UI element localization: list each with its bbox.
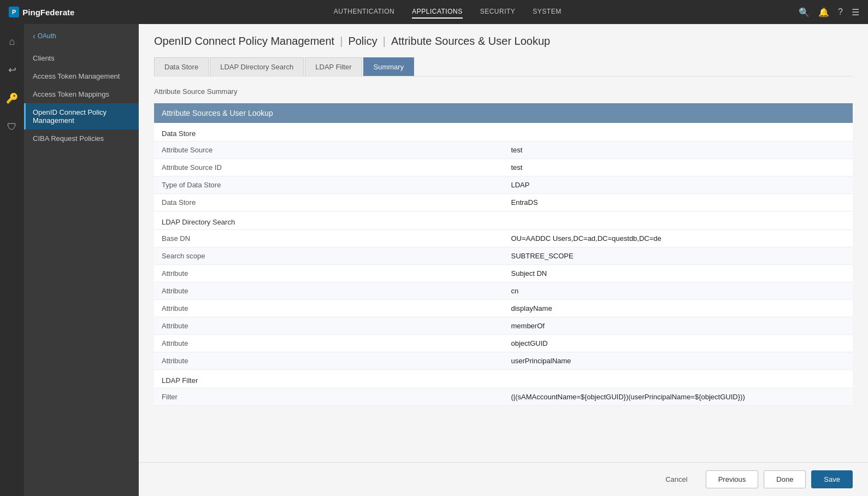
summary-section-header: Attribute Sources & User Lookup [154, 103, 853, 123]
row-label: Attribute [154, 265, 504, 282]
clients-icon[interactable]: ↩ [3, 61, 21, 79]
done-button[interactable]: Done [764, 470, 806, 488]
breadcrumb-part-3: Attribute Sources & User Lookup [391, 35, 550, 48]
search-icon[interactable]: 🔍 [799, 7, 810, 17]
row-label: Attribute [154, 317, 504, 335]
back-arrow-icon: ‹ [33, 32, 36, 40]
row-label: Attribute [154, 282, 504, 300]
row-label: Attribute Source ID [154, 159, 504, 176]
table-row: Search scope SUBTREE_SCOPE [154, 247, 853, 265]
group-header-data-store: Data Store [154, 123, 853, 141]
table-row: Attribute Subject DN [154, 265, 853, 282]
table-row: Filter (|(sAMAccountName=${objectGUID})(… [154, 388, 853, 406]
row-value: displayName [504, 300, 853, 317]
tabs: Data Store LDAP Directory Search LDAP Fi… [154, 57, 853, 76]
top-navigation: P PingFederate AUTHENTICATION APPLICATIO… [0, 0, 868, 24]
table-row: Attribute userPrincipalName [154, 352, 853, 370]
row-label: Base DN [154, 230, 504, 247]
row-value: SUBTREE_SCOPE [504, 247, 853, 265]
sidebar-section: ‹ OAuth [24, 24, 139, 49]
app-logo: P PingFederate [9, 7, 74, 17]
ping-logo-box: P [9, 7, 19, 17]
row-value: test [504, 141, 853, 159]
table-row: Attribute Source ID test [154, 159, 853, 176]
left-panel: ⌂ ↩ 🔑 🛡 ‹ OAuth Clients Access Token Man… [0, 24, 139, 496]
footer: Cancel Previous Done Save [139, 462, 868, 496]
row-label: Attribute Source [154, 141, 504, 159]
row-value: userPrincipalName [504, 352, 853, 370]
save-button[interactable]: Save [811, 470, 853, 488]
row-value: (|(sAMAccountName=${objectGUID})(userPri… [504, 388, 853, 406]
table-row: Type of Data Store LDAP [154, 176, 853, 194]
table-row: Attribute memberOf [154, 317, 853, 335]
row-label: Data Store [154, 194, 504, 211]
sidebar-back-label: OAuth [38, 32, 56, 40]
sidebar: ‹ OAuth Clients Access Token Management … [24, 24, 139, 496]
help-icon[interactable]: ? [838, 7, 843, 17]
table-row: Attribute displayName [154, 300, 853, 317]
token-icon[interactable]: 🔑 [3, 90, 21, 107]
breadcrumb-part-1: OpenID Connect Policy Management [154, 35, 334, 48]
sidebar-item-access-token-management[interactable]: Access Token Management [24, 67, 139, 85]
content-area: OpenID Connect Policy Management | Polic… [139, 24, 868, 462]
bell-icon[interactable]: 🔔 [818, 7, 829, 17]
body-layout: ⌂ ↩ 🔑 🛡 ‹ OAuth Clients Access Token Man… [0, 24, 868, 496]
tab-data-store[interactable]: Data Store [154, 57, 209, 76]
home-icon[interactable]: ⌂ [3, 33, 21, 50]
cancel-button[interactable]: Cancel [653, 470, 700, 488]
breadcrumb-sep-2: | [383, 35, 386, 48]
row-value: test [504, 159, 853, 176]
row-value: cn [504, 282, 853, 300]
nav-applications[interactable]: APPLICATIONS [412, 5, 462, 19]
shield-icon[interactable]: 🛡 [3, 118, 21, 135]
row-label: Filter [154, 388, 504, 406]
row-label: Attribute [154, 352, 504, 370]
group-header-ldap-directory: LDAP Directory Search [154, 211, 853, 230]
row-label: Type of Data Store [154, 176, 504, 194]
table-row: Attribute Source test [154, 141, 853, 159]
row-label: Attribute [154, 335, 504, 352]
sidebar-item-clients[interactable]: Clients [24, 49, 139, 67]
row-value: Subject DN [504, 265, 853, 282]
sidebar-item-openid-connect[interactable]: OpenID Connect Policy Management [24, 103, 139, 129]
tab-ldap-filter[interactable]: LDAP Filter [305, 57, 362, 76]
nav-system[interactable]: SYSTEM [533, 5, 561, 19]
breadcrumb-sep-1: | [340, 35, 343, 48]
breadcrumb: OpenID Connect Policy Management | Polic… [154, 35, 853, 48]
row-label: Search scope [154, 247, 504, 265]
nav-security[interactable]: SECURITY [480, 5, 516, 19]
row-value: EntraDS [504, 194, 853, 211]
tab-summary[interactable]: Summary [363, 57, 415, 76]
previous-button[interactable]: Previous [706, 470, 759, 488]
row-value: objectGUID [504, 335, 853, 352]
table-row: Base DN OU=AADDC Users,DC=ad,DC=questdb,… [154, 230, 853, 247]
row-value: LDAP [504, 176, 853, 194]
row-label: Attribute [154, 300, 504, 317]
section-label: Attribute Source Summary [154, 87, 853, 96]
top-nav-links: AUTHENTICATION APPLICATIONS SECURITY SYS… [96, 5, 799, 19]
breadcrumb-part-2: Policy [348, 35, 377, 48]
app-name: PingFederate [22, 8, 74, 17]
table-row: Data Store EntraDS [154, 194, 853, 211]
table-row: Attribute cn [154, 282, 853, 300]
tab-ldap-directory-search[interactable]: LDAP Directory Search [210, 57, 304, 76]
icon-rail: ⌂ ↩ 🔑 🛡 [0, 24, 24, 496]
menu-icon[interactable]: ☰ [852, 7, 859, 17]
main-content: OpenID Connect Policy Management | Polic… [139, 24, 868, 496]
nav-authentication[interactable]: AUTHENTICATION [334, 5, 394, 19]
summary-table: Data Store Attribute Source test Attribu… [154, 123, 853, 406]
sidebar-item-access-token-mappings[interactable]: Access Token Mappings [24, 85, 139, 103]
row-value: memberOf [504, 317, 853, 335]
sidebar-back-button[interactable]: ‹ OAuth [33, 32, 130, 40]
table-row: Attribute objectGUID [154, 335, 853, 352]
group-header-ldap-filter: LDAP Filter [154, 370, 853, 388]
row-value: OU=AADDC Users,DC=ad,DC=questdb,DC=de [504, 230, 853, 247]
sidebar-item-ciba[interactable]: CIBA Request Policies [24, 129, 139, 147]
top-nav-icons: 🔍 🔔 ? ☰ [799, 7, 859, 17]
summary-block: Attribute Sources & User Lookup Data Sto… [154, 103, 853, 406]
